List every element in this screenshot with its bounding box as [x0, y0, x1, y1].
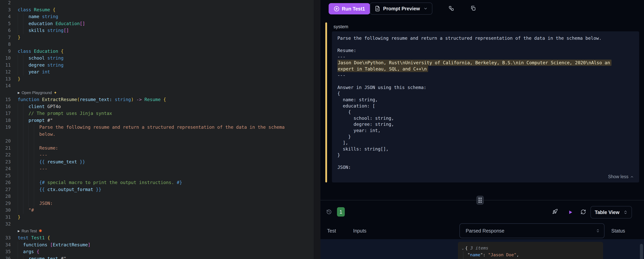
line-number: 4: [0, 13, 11, 20]
prompt-text-line: }: [338, 134, 639, 140]
table-view-label: Table View: [595, 210, 620, 215]
code-line: 9class Education {: [0, 48, 320, 55]
test-result-row[interactable]: ⌄{ 3 items"name": "Jason Doe","education…: [320, 239, 644, 259]
line-number: 14: [0, 82, 11, 90]
editor-scrollbar[interactable]: [314, 0, 320, 259]
line-number: 3: [0, 6, 11, 14]
line-number: 2: [0, 0, 11, 6]
file-code-icon: [374, 6, 380, 12]
api-flow-icon[interactable]: [447, 4, 455, 12]
lens-play-icon: ▶: [18, 230, 20, 232]
line-number: 23: [0, 158, 11, 166]
code-line: 2: [0, 0, 320, 6]
line-number: 17: [0, 110, 11, 117]
code-lens-open-playground[interactable]: ▶Open Playground✦: [0, 90, 320, 96]
test-count-badge[interactable]: 1: [337, 207, 345, 216]
column-header-test: Test: [327, 228, 336, 234]
lens-play-icon: ▶: [18, 91, 20, 94]
line-number: 27: [0, 186, 11, 193]
code-line: 30 "#: [0, 207, 320, 214]
prompt-text-line: ],: [338, 140, 639, 146]
code-line: 20: [0, 138, 320, 145]
line-number: 11: [0, 62, 11, 69]
line-number: 36: [0, 255, 11, 259]
code-line: 6 skills string[]: [0, 27, 320, 34]
code-line: 25: [0, 172, 320, 179]
code-line: 26 {# special macro to print the output …: [0, 179, 320, 186]
prompt-preview-dropdown[interactable]: Prompt Preview: [370, 2, 432, 14]
line-number: 7: [0, 34, 11, 41]
json-tree-line: ⌄{ 3 items: [462, 244, 603, 252]
code-editor[interactable]: 23class Resume {4 name string5 education…: [0, 0, 320, 259]
rocket-icon[interactable]: [551, 208, 559, 216]
prompt-text-line: education: [: [338, 103, 639, 109]
run-test-label: Run Test1: [342, 6, 365, 12]
line-number: 22: [0, 152, 11, 158]
line-number: 21: [0, 145, 11, 152]
code-line: 11 degree string: [0, 62, 320, 69]
chevrons-up-down-icon: [623, 210, 628, 214]
code-line: 17 // The prompt uses Jinja syntax: [0, 110, 320, 117]
history-icon[interactable]: [325, 208, 333, 216]
boom-icon: ✹: [38, 228, 42, 234]
line-number: 32: [0, 221, 11, 228]
line-number: 8: [0, 41, 11, 48]
code-line: 8: [0, 41, 320, 48]
message-role-label: system: [334, 24, 348, 30]
lens-label: Open Playground: [22, 90, 52, 95]
line-number: 15: [0, 96, 11, 103]
code-line: 13}: [0, 76, 320, 82]
copy-icon[interactable]: [469, 4, 477, 12]
line-number: 18: [0, 117, 11, 124]
prompt-text-line: Answer in JSON using this schema:: [338, 84, 639, 91]
line-number: 35: [0, 248, 11, 255]
code-line: 16 client GPT4o: [0, 103, 320, 110]
show-less-label: Show less: [608, 174, 628, 179]
prompt-text-line: skills: string[],: [338, 146, 639, 152]
code-line: 3class Resume {: [0, 6, 320, 14]
code-line: 15function ExtractResume(resume_text: st…: [0, 96, 320, 103]
parsed-response-json-viewer[interactable]: ⌄{ 3 items"name": "Jason Doe","education…: [458, 242, 603, 259]
column-header-status: Status: [611, 228, 625, 234]
code-line: 34 functions [ExtractResume]: [0, 242, 320, 248]
prompt-text-line: school: string,: [338, 115, 639, 122]
code-line: 29 JSON:: [0, 200, 320, 207]
code-line: 18 prompt #": [0, 117, 320, 124]
line-number: 13: [0, 76, 11, 82]
code-line: 33test Test1 {: [0, 234, 320, 242]
line-number: 19: [0, 124, 11, 131]
prompt-preview-label: Prompt Preview: [383, 6, 420, 12]
code-line: 21 Resume:: [0, 145, 320, 152]
code-line: 7}: [0, 34, 320, 41]
line-number: [0, 131, 11, 138]
json-root: ⌄{ 3 items"name": "Jason Doe","education…: [462, 244, 603, 259]
line-number: 29: [0, 200, 11, 207]
prompt-text-line: }: [338, 152, 639, 158]
prompt-content: Parse the following resume and return a …: [332, 31, 639, 182]
column-header-parsed-response[interactable]: Parsed Response: [460, 223, 604, 238]
table-view-select[interactable]: Table View: [590, 206, 632, 218]
line-number: 6: [0, 27, 11, 34]
results-scrollbar-thumb[interactable]: [640, 244, 643, 259]
sparkles-icon: ✦: [54, 90, 57, 95]
code-lens-run-test[interactable]: ▶Run Test✹: [0, 228, 320, 235]
prompt-text-line: name: string,: [338, 97, 639, 103]
code-line: 4 name string: [0, 13, 320, 20]
playground-panel: Run Test1 Prompt Preview system Parse th…: [320, 0, 644, 259]
show-less-button[interactable]: Show less: [608, 174, 634, 179]
code-line: 27 {{ ctx.output_format }}: [0, 186, 320, 193]
refresh-icon[interactable]: [579, 208, 587, 216]
prompt-text-line: Resume:: [338, 48, 639, 54]
line-number: 24: [0, 165, 11, 172]
sort-chevrons-icon[interactable]: [596, 229, 600, 233]
resize-grip-handle[interactable]: [476, 196, 484, 205]
run-test-button[interactable]: Run Test1: [328, 3, 370, 14]
code-line: 10 school string: [0, 55, 320, 62]
prompt-text-line: JSON:: [338, 164, 639, 170]
prompt-lines: Parse the following resume and return a …: [338, 35, 639, 170]
run-all-play-icon[interactable]: [567, 208, 574, 216]
chevron-down-icon: [424, 6, 428, 11]
code-line: 22 ---: [0, 152, 320, 158]
lens-label: Run Test: [22, 229, 37, 233]
prompt-preview-panel: system Parse the following resume and re…: [325, 22, 641, 182]
